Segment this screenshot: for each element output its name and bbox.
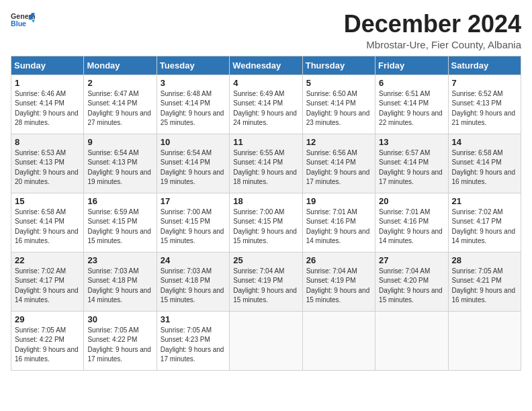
calendar-cell-day-9: 9Sunrise: 6:54 AMSunset: 4:13 PMDaylight…	[84, 134, 157, 193]
calendar-header-row: SundayMondayTuesdayWednesdayThursdayFrid…	[11, 56, 521, 75]
cell-info: Sunrise: 7:05 AMSunset: 4:22 PMDaylight:…	[87, 326, 152, 365]
cell-info: Sunrise: 6:54 AMSunset: 4:13 PMDaylight:…	[87, 148, 152, 187]
calendar-cell-day-1: 1Sunrise: 6:46 AMSunset: 4:14 PMDaylight…	[11, 75, 84, 134]
calendar-cell-day-31: 31Sunrise: 7:05 AMSunset: 4:23 PMDayligh…	[157, 311, 229, 370]
logo-icon: General Blue	[11, 11, 35, 30]
day-number: 7	[452, 78, 517, 88]
day-header-monday: Monday	[84, 56, 157, 75]
cell-info: Sunrise: 6:55 AMSunset: 4:14 PMDaylight:…	[233, 148, 298, 187]
day-number: 15	[15, 196, 80, 206]
calendar-cell-day-12: 12Sunrise: 6:56 AMSunset: 4:14 PMDayligh…	[302, 134, 375, 193]
calendar-cell-day-21: 21Sunrise: 7:02 AMSunset: 4:17 PMDayligh…	[448, 193, 521, 252]
day-number: 13	[379, 137, 444, 147]
cell-info: Sunrise: 7:02 AMSunset: 4:17 PMDaylight:…	[452, 208, 517, 246]
cell-info: Sunrise: 6:59 AMSunset: 4:15 PMDaylight:…	[87, 208, 152, 246]
day-number: 10	[161, 137, 226, 147]
cell-info: Sunrise: 7:00 AMSunset: 4:15 PMDaylight:…	[161, 208, 226, 246]
day-number: 5	[306, 78, 371, 88]
cell-info: Sunrise: 6:53 AMSunset: 4:13 PMDaylight:…	[15, 148, 80, 187]
calendar-cell-day-8: 8Sunrise: 6:53 AMSunset: 4:13 PMDaylight…	[11, 134, 84, 193]
day-header-tuesday: Tuesday	[157, 56, 229, 75]
month-title: December 2024	[344, 11, 521, 38]
calendar-cell-day-13: 13Sunrise: 6:57 AMSunset: 4:14 PMDayligh…	[375, 134, 448, 193]
empty-cell	[302, 311, 375, 370]
cell-info: Sunrise: 7:04 AMSunset: 4:20 PMDaylight:…	[379, 267, 444, 306]
empty-cell	[448, 311, 521, 370]
day-header-saturday: Saturday	[448, 56, 521, 75]
day-number: 24	[161, 255, 226, 265]
calendar-cell-day-28: 28Sunrise: 7:05 AMSunset: 4:21 PMDayligh…	[448, 252, 521, 311]
calendar-cell-day-6: 6Sunrise: 6:51 AMSunset: 4:14 PMDaylight…	[375, 75, 448, 134]
calendar-cell-day-2: 2Sunrise: 6:47 AMSunset: 4:14 PMDaylight…	[84, 75, 157, 134]
cell-info: Sunrise: 6:56 AMSunset: 4:14 PMDaylight:…	[306, 148, 371, 187]
calendar-week-4: 22Sunrise: 7:02 AMSunset: 4:17 PMDayligh…	[11, 252, 521, 311]
cell-info: Sunrise: 7:05 AMSunset: 4:23 PMDaylight:…	[161, 326, 226, 365]
calendar-cell-day-16: 16Sunrise: 6:59 AMSunset: 4:15 PMDayligh…	[84, 193, 157, 252]
calendar-cell-day-24: 24Sunrise: 7:03 AMSunset: 4:18 PMDayligh…	[157, 252, 229, 311]
cell-info: Sunrise: 6:49 AMSunset: 4:14 PMDaylight:…	[233, 89, 298, 128]
day-number: 25	[233, 255, 298, 265]
calendar-week-1: 1Sunrise: 6:46 AMSunset: 4:14 PMDaylight…	[11, 75, 521, 134]
header: General Blue December 2024 Mbrostar-Ure,…	[11, 11, 521, 50]
calendar-cell-day-25: 25Sunrise: 7:04 AMSunset: 4:19 PMDayligh…	[230, 252, 302, 311]
cell-info: Sunrise: 6:48 AMSunset: 4:14 PMDaylight:…	[161, 89, 226, 128]
calendar-cell-day-26: 26Sunrise: 7:04 AMSunset: 4:19 PMDayligh…	[302, 252, 375, 311]
empty-cell	[375, 311, 448, 370]
cell-info: Sunrise: 6:46 AMSunset: 4:14 PMDaylight:…	[15, 89, 80, 128]
day-number: 1	[15, 78, 80, 88]
day-number: 22	[15, 255, 80, 265]
day-number: 30	[87, 314, 152, 324]
calendar-table: SundayMondayTuesdayWednesdayThursdayFrid…	[11, 56, 521, 371]
calendar-cell-day-19: 19Sunrise: 7:01 AMSunset: 4:16 PMDayligh…	[302, 193, 375, 252]
calendar-cell-day-11: 11Sunrise: 6:55 AMSunset: 4:14 PMDayligh…	[230, 134, 302, 193]
cell-info: Sunrise: 7:03 AMSunset: 4:18 PMDaylight:…	[161, 267, 226, 306]
cell-info: Sunrise: 7:03 AMSunset: 4:18 PMDaylight:…	[87, 267, 152, 306]
day-number: 19	[306, 196, 371, 206]
calendar-cell-day-22: 22Sunrise: 7:02 AMSunset: 4:17 PMDayligh…	[11, 252, 84, 311]
calendar-week-3: 15Sunrise: 6:58 AMSunset: 4:14 PMDayligh…	[11, 193, 521, 252]
day-number: 26	[306, 255, 371, 265]
location-subtitle: Mbrostar-Ure, Fier County, Albania	[344, 39, 521, 50]
day-number: 23	[87, 255, 152, 265]
day-number: 4	[233, 78, 298, 88]
logo: General Blue	[11, 11, 35, 30]
cell-info: Sunrise: 6:58 AMSunset: 4:14 PMDaylight:…	[452, 148, 517, 187]
day-number: 31	[161, 314, 226, 324]
day-number: 28	[452, 255, 517, 265]
day-number: 2	[87, 78, 152, 88]
cell-info: Sunrise: 7:05 AMSunset: 4:22 PMDaylight:…	[15, 326, 80, 365]
cell-info: Sunrise: 7:00 AMSunset: 4:15 PMDaylight:…	[233, 208, 298, 246]
svg-text:Blue: Blue	[11, 19, 26, 28]
cell-info: Sunrise: 7:04 AMSunset: 4:19 PMDaylight:…	[306, 267, 371, 306]
day-number: 27	[379, 255, 444, 265]
calendar-cell-day-7: 7Sunrise: 6:52 AMSunset: 4:13 PMDaylight…	[448, 75, 521, 134]
cell-info: Sunrise: 6:47 AMSunset: 4:14 PMDaylight:…	[87, 89, 152, 128]
day-number: 16	[87, 196, 152, 206]
day-number: 12	[306, 137, 371, 147]
calendar-cell-day-14: 14Sunrise: 6:58 AMSunset: 4:14 PMDayligh…	[448, 134, 521, 193]
calendar-cell-day-17: 17Sunrise: 7:00 AMSunset: 4:15 PMDayligh…	[157, 193, 229, 252]
day-number: 21	[452, 196, 517, 206]
cell-info: Sunrise: 6:54 AMSunset: 4:14 PMDaylight:…	[161, 148, 226, 187]
day-number: 18	[233, 196, 298, 206]
cell-info: Sunrise: 7:01 AMSunset: 4:16 PMDaylight:…	[379, 208, 444, 246]
day-number: 8	[15, 137, 80, 147]
day-header-sunday: Sunday	[11, 56, 84, 75]
calendar-cell-day-18: 18Sunrise: 7:00 AMSunset: 4:15 PMDayligh…	[230, 193, 302, 252]
cell-info: Sunrise: 6:52 AMSunset: 4:13 PMDaylight:…	[452, 89, 517, 128]
calendar-body: 1Sunrise: 6:46 AMSunset: 4:14 PMDaylight…	[11, 75, 521, 370]
cell-info: Sunrise: 7:01 AMSunset: 4:16 PMDaylight:…	[306, 208, 371, 246]
cell-info: Sunrise: 6:57 AMSunset: 4:14 PMDaylight:…	[379, 148, 444, 187]
calendar-week-5: 29Sunrise: 7:05 AMSunset: 4:22 PMDayligh…	[11, 311, 521, 370]
day-number: 17	[161, 196, 226, 206]
day-number: 29	[15, 314, 80, 324]
calendar-cell-day-15: 15Sunrise: 6:58 AMSunset: 4:14 PMDayligh…	[11, 193, 84, 252]
cell-info: Sunrise: 6:50 AMSunset: 4:14 PMDaylight:…	[306, 89, 371, 128]
calendar-cell-day-5: 5Sunrise: 6:50 AMSunset: 4:14 PMDaylight…	[302, 75, 375, 134]
day-number: 11	[233, 137, 298, 147]
cell-info: Sunrise: 6:58 AMSunset: 4:14 PMDaylight:…	[15, 208, 80, 246]
cell-info: Sunrise: 7:02 AMSunset: 4:17 PMDaylight:…	[15, 267, 80, 306]
day-header-wednesday: Wednesday	[230, 56, 302, 75]
calendar-cell-day-30: 30Sunrise: 7:05 AMSunset: 4:22 PMDayligh…	[84, 311, 157, 370]
calendar-cell-day-3: 3Sunrise: 6:48 AMSunset: 4:14 PMDaylight…	[157, 75, 229, 134]
